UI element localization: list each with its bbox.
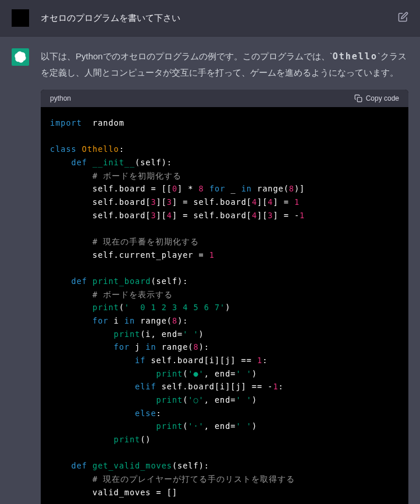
user-avatar bbox=[12, 9, 29, 27]
code-language: python bbox=[50, 94, 71, 102]
copy-label: Copy code bbox=[366, 94, 399, 102]
svg-rect-0 bbox=[357, 97, 362, 102]
user-message-text: オセロのプログラムを書いて下さい bbox=[41, 13, 386, 24]
response-pre: 以下は、Pythonでのオセロのプログラムの例です。このプログラムでは、 bbox=[41, 51, 330, 61]
edit-icon[interactable] bbox=[398, 12, 408, 24]
inline-code: Othello bbox=[333, 51, 378, 62]
clipboard-icon bbox=[354, 94, 362, 102]
copy-code-button[interactable]: Copy code bbox=[354, 94, 399, 102]
code-block: python Copy code import random class Oth… bbox=[41, 90, 408, 504]
assistant-message-row: 以下は、Pythonでのオセロのプログラムの例です。このプログラムでは、`Oth… bbox=[0, 37, 420, 504]
user-message-row: オセロのプログラムを書いて下さい bbox=[0, 0, 420, 37]
response-text: 以下は、Pythonでのオセロのプログラムの例です。このプログラムでは、`Oth… bbox=[41, 48, 408, 80]
code-header: python Copy code bbox=[41, 90, 408, 107]
assistant-avatar bbox=[12, 48, 29, 66]
code-content: import random class Othello: def __init_… bbox=[41, 107, 408, 504]
assistant-content: 以下は、Pythonでのオセロのプログラムの例です。このプログラムでは、`Oth… bbox=[41, 48, 408, 504]
